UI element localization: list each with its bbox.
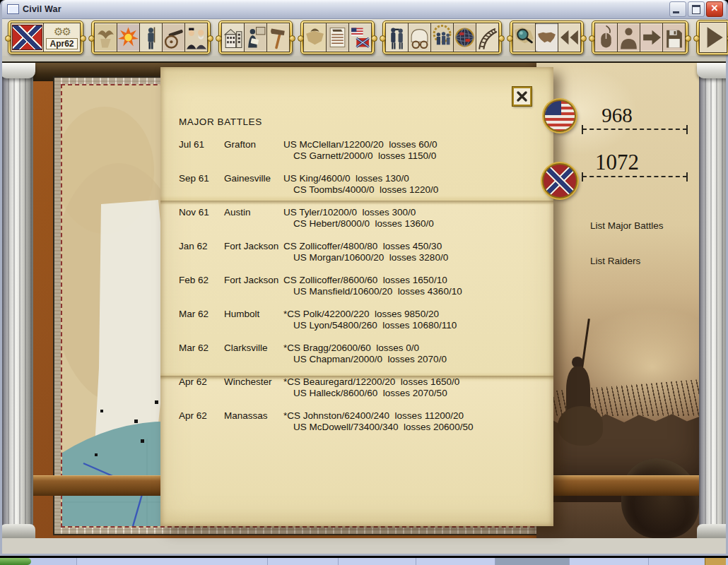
confederate-strength-line	[582, 176, 687, 177]
generals-portraits-icon	[185, 23, 207, 52]
battle-side-b: CS Toombs/4000/0 losses 1220/0	[283, 184, 438, 196]
toolbar-infantry-soldier-button[interactable]	[139, 23, 163, 52]
toolbar-us-map-button[interactable]	[535, 23, 558, 52]
forward-arrow-icon	[640, 23, 662, 52]
battle-side-a: US McClellan/12200/20 losses 60/0	[283, 139, 438, 150]
toolbar-political-map-button[interactable]	[303, 23, 327, 52]
toolbar-play-advance-button[interactable]	[699, 22, 727, 53]
battle-forces: *CS Polk/42200/220 losses 9850/20 US Lyo…	[283, 309, 457, 331]
mouse-control-icon	[595, 23, 617, 52]
toolbar-map-eagle-button[interactable]	[94, 23, 117, 52]
toolbar-production-hammer-button[interactable]	[266, 23, 290, 52]
scout-officers-icon	[386, 23, 408, 52]
toolbar: ⚙⚙Apr62	[2, 19, 726, 56]
close-button[interactable]	[706, 1, 723, 17]
battle-date: Nov 61	[179, 207, 224, 230]
turn-date-label: Apr62	[46, 38, 77, 49]
battle-date: Sep 61	[179, 173, 224, 196]
toolbar-generals-portraits-button[interactable]	[184, 23, 208, 52]
taskbar-button[interactable]	[569, 558, 649, 565]
battle-row: Nov 61 Austin US Tyler/10200/0 losses 30…	[179, 207, 473, 230]
taskbar-button[interactable]	[267, 558, 339, 565]
toolbar-save-disk-button[interactable]	[662, 23, 686, 52]
list-raiders-link[interactable]: List Raiders	[590, 256, 640, 266]
supply-wagon-icon	[409, 23, 430, 52]
toolbar-group	[592, 20, 688, 54]
popup-close-button[interactable]	[512, 87, 532, 106]
newspaper-icon	[327, 23, 348, 52]
battle-location: Fort Jackson	[224, 241, 283, 263]
right-column-decoration	[699, 63, 726, 538]
battle-side-a: *CS Polk/42200/220 losses 9850/20	[283, 309, 457, 320]
toolbar-map-magnifier-button[interactable]	[512, 23, 536, 52]
battle-forces: CS Zollicoffer/8600/60 losses 1650/10 US…	[283, 275, 462, 297]
toolbar-rewind-button[interactable]	[558, 23, 581, 52]
toolbar-mouse-control-button[interactable]	[594, 23, 618, 52]
toolbar-city-buildings-button[interactable]	[221, 23, 245, 52]
taskbar-button[interactable]	[495, 558, 570, 565]
toolbar-artillery-cannon-button[interactable]	[162, 23, 185, 52]
toolbar-scout-officers-button[interactable]	[385, 23, 409, 52]
window-controls	[669, 1, 723, 17]
us-map-icon	[536, 23, 558, 52]
union-strength-line	[582, 129, 687, 130]
taskbar-button[interactable]	[338, 558, 416, 565]
officer-on-horse-art	[556, 338, 606, 472]
start-button[interactable]	[0, 558, 31, 565]
app-window: Civil War ⚙⚙Apr62	[0, 0, 728, 556]
taskbar-button[interactable]	[416, 558, 495, 565]
battle-explosion-icon	[117, 23, 139, 52]
toolbar-railroad-button[interactable]	[476, 23, 499, 52]
production-hammer-icon	[267, 23, 289, 52]
battle-location: Austin	[224, 207, 283, 230]
toolbar-supply-wagon-button[interactable]	[408, 23, 431, 52]
battle-list-title: MAJOR BATTLES	[179, 117, 262, 127]
political-map-icon	[304, 23, 326, 52]
taskbar-button[interactable]	[76, 558, 268, 565]
toolbar-forward-arrow-button[interactable]	[640, 23, 663, 52]
battle-side-b: US Morgan/10600/20 losses 3280/0	[283, 252, 448, 263]
battle-row: Apr 62 Manassas *CS Johnston/62400/240 l…	[179, 410, 473, 433]
city-buildings-icon	[222, 23, 244, 52]
battle-side-b: US Chapman/2000/0 losses 2070/0	[283, 354, 447, 365]
toolbar-group	[218, 20, 293, 54]
taskbar-button[interactable]	[648, 558, 705, 565]
toolbar-newspaper-button[interactable]	[326, 23, 349, 52]
battle-row: Feb 62 Fort Jackson CS Zollicoffer/8600/…	[179, 275, 473, 297]
play-advance-icon	[700, 23, 727, 52]
battle-forces: *CS Bragg/20600/60 losses 0/0 US Chapman…	[283, 343, 447, 365]
toolbar-group	[91, 20, 211, 54]
cavalry-troop-icon	[431, 23, 453, 52]
taskbar[interactable]	[0, 558, 728, 565]
battle-side-b: US McDowell/73400/340 losses 20600/50	[283, 422, 473, 433]
toolbar-turn-gears-button[interactable]: ⚙⚙Apr62	[43, 23, 81, 52]
infantry-soldier-icon	[140, 23, 162, 52]
battle-forces: *CS Beauregard/12200/20 losses 1650/0 US…	[283, 376, 459, 399]
toolbar-battle-explosion-button[interactable]	[117, 23, 140, 52]
battle-side-b: US Halleck/8600/60 losses 2070/50	[283, 388, 459, 399]
toolbar-confederate-flag-button[interactable]	[11, 23, 44, 52]
titlebar[interactable]: Civil War	[2, 0, 726, 19]
toolbar-group	[382, 20, 502, 54]
list-major-battles-link[interactable]: List Major Battles	[590, 220, 664, 231]
toolbar-war-flags-button[interactable]	[348, 23, 372, 52]
maximize-button[interactable]	[688, 1, 705, 17]
left-column-decoration	[2, 63, 33, 538]
toolbar-dispatch-clerk-button[interactable]	[244, 23, 267, 52]
toolbar-cavalry-troop-button[interactable]	[430, 23, 454, 52]
minimize-button[interactable]	[669, 1, 686, 17]
battle-side-a: CS Zollicoffer/8600/60 losses 1650/10	[283, 275, 462, 286]
artillery-cannon-icon	[163, 23, 184, 52]
turn-gears-icon: ⚙⚙Apr62	[44, 23, 80, 52]
battle-side-a: *CS Bragg/20600/60 losses 0/0	[283, 343, 447, 354]
battle-date: Mar 62	[179, 343, 224, 365]
taskbar-tray[interactable]	[705, 558, 726, 565]
battle-row: Mar 62 Humbolt *CS Polk/42200/220 losses…	[179, 309, 473, 331]
dispatch-clerk-icon	[245, 23, 266, 52]
battle-date: Apr 62	[179, 410, 224, 433]
toolbar-world-globe-button[interactable]	[453, 23, 476, 52]
confederate-flag-icon	[11, 23, 43, 52]
toolbar-commander-figure-button[interactable]	[617, 23, 640, 52]
map-eagle-icon	[95, 23, 117, 52]
battle-location: Manassas	[224, 410, 283, 433]
